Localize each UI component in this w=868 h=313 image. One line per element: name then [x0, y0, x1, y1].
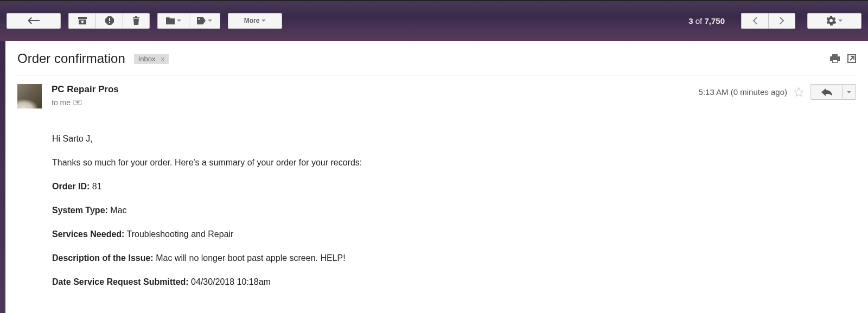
prev-button[interactable]	[741, 13, 768, 29]
subject-row: Order confirmation Inbox x	[17, 51, 856, 75]
field-order-id: Order ID: 81	[52, 180, 856, 193]
more-label: More	[244, 17, 260, 24]
caret-down-icon	[177, 20, 181, 22]
avatar	[17, 84, 42, 108]
next-button[interactable]	[768, 13, 795, 29]
intro: Thanks so much for your order. Here's a …	[52, 156, 856, 169]
timestamp: 5:13 AM (0 minutes ago)	[699, 87, 787, 97]
svg-rect-6	[135, 16, 137, 17]
svg-rect-0	[78, 17, 87, 19]
remove-label-icon[interactable]: x	[161, 55, 165, 63]
action-group-2	[157, 13, 220, 29]
folder-icon	[166, 17, 175, 24]
caret-down-icon	[75, 101, 80, 104]
trash-icon	[133, 16, 139, 25]
subject-text: Order confirmation	[17, 51, 125, 66]
spam-icon	[105, 16, 114, 25]
labels-button[interactable]	[189, 13, 220, 29]
content-area: Order confirmation Inbox x PC Repair Pro…	[5, 41, 868, 313]
inbox-label[interactable]: Inbox x	[134, 54, 169, 64]
recipient-prefix: to	[52, 98, 58, 107]
email-header: PC Repair Pros to me 5:13 AM (0 minutes …	[17, 75, 856, 114]
recipient-details-button[interactable]	[73, 100, 82, 105]
svg-rect-3	[109, 18, 110, 21]
field-services: Services Needed: Troubleshooting and Rep…	[52, 228, 856, 241]
pagination-label: 3 of 7,750	[688, 16, 725, 25]
archive-icon	[78, 17, 87, 24]
more-group: More	[228, 13, 282, 29]
chevron-right-icon	[780, 17, 784, 24]
action-group-1	[68, 13, 150, 29]
spam-button[interactable]	[95, 13, 123, 29]
svg-rect-2	[81, 21, 84, 22]
reply-group	[810, 84, 856, 100]
settings-group	[807, 13, 861, 29]
field-date: Date Service Request Submitted: 04/30/20…	[52, 276, 856, 289]
print-icon[interactable]	[830, 54, 840, 63]
arrow-back-icon	[28, 17, 40, 24]
back-button[interactable]	[7, 13, 61, 29]
delete-button[interactable]	[123, 13, 150, 29]
message-meta: 5:13 AM (0 minutes ago)	[699, 84, 856, 100]
recipient: me	[60, 98, 71, 107]
greeting: Hi Sarto J,	[52, 132, 856, 145]
gear-icon	[826, 16, 836, 25]
email-body: Hi Sarto J, Thanks so much for your orde…	[17, 114, 856, 289]
svg-rect-5	[133, 17, 139, 18]
label-icon	[197, 17, 206, 24]
nav-group	[741, 13, 795, 29]
more-button[interactable]: More	[228, 13, 282, 29]
settings-button[interactable]	[807, 13, 861, 29]
chevron-left-icon	[752, 17, 757, 24]
label-text: Inbox	[138, 55, 156, 63]
svg-rect-8	[832, 54, 838, 56]
svg-point-7	[199, 18, 200, 20]
reply-more-button[interactable]	[842, 84, 856, 100]
caret-down-icon	[261, 20, 266, 22]
sender-block: PC Repair Pros to me	[52, 84, 119, 107]
caret-down-icon	[838, 20, 843, 22]
archive-button[interactable]	[68, 13, 95, 29]
reply-icon	[821, 88, 832, 96]
svg-rect-4	[109, 22, 110, 23]
toolbar: More 3 of 7,750	[0, 0, 868, 41]
field-description: Description of the Issue: Mac will no lo…	[52, 252, 856, 265]
field-system-type: System Type: Mac	[52, 204, 856, 217]
header-actions	[830, 54, 856, 63]
recipient-line: to me	[52, 98, 119, 107]
svg-rect-11	[833, 60, 837, 62]
caret-down-icon	[208, 20, 212, 22]
open-new-window-icon[interactable]	[847, 54, 856, 63]
reply-button[interactable]	[810, 84, 842, 100]
star-button[interactable]	[794, 87, 804, 97]
move-button[interactable]	[157, 13, 189, 29]
sender-name: PC Repair Pros	[52, 84, 119, 95]
caret-down-icon	[847, 91, 851, 93]
star-icon	[794, 87, 804, 97]
